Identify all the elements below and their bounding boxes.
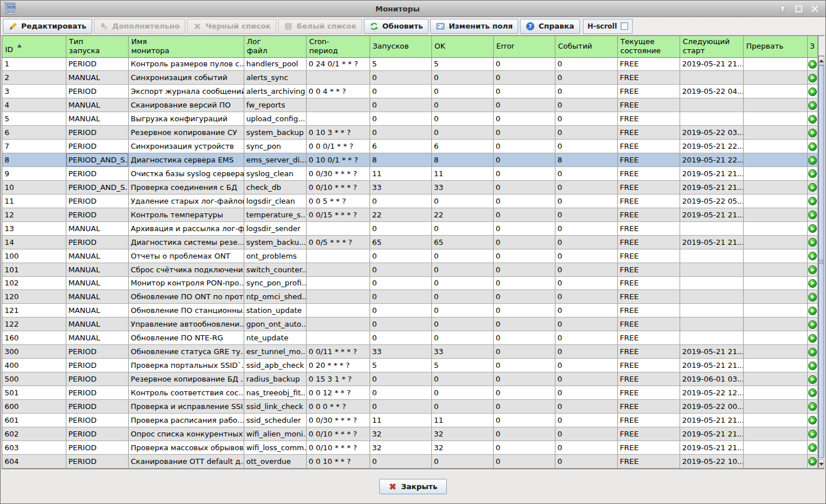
- cell-cron[interactable]: [306, 71, 370, 85]
- cell-state[interactable]: FREE: [617, 180, 680, 194]
- cell-interrupt[interactable]: [743, 304, 807, 318]
- cell-interrupt[interactable]: [743, 180, 807, 194]
- cell-events[interactable]: 0: [555, 399, 617, 413]
- cell-type[interactable]: PERIOD: [66, 167, 128, 181]
- cell-run[interactable]: [807, 263, 817, 276]
- cell-next[interactable]: [680, 304, 743, 318]
- cell-ok[interactable]: 0: [431, 249, 493, 263]
- cell-type[interactable]: PERIOD: [66, 359, 128, 372]
- cell-cron[interactable]: 0 0/5 * * * ?: [306, 235, 370, 249]
- column-header-state[interactable]: Текущее состояние: [617, 36, 680, 57]
- cell-run[interactable]: [807, 235, 817, 249]
- cell-interrupt[interactable]: [743, 386, 807, 400]
- cell-cron[interactable]: 0 0 0/1 * * ?: [306, 140, 370, 153]
- cell-state[interactable]: FREE: [617, 440, 680, 454]
- run-monitor-button[interactable]: [808, 115, 817, 124]
- run-monitor-button[interactable]: [808, 101, 817, 110]
- cell-interrupt[interactable]: [743, 85, 807, 98]
- scrollbar-thumb[interactable]: [819, 65, 824, 458]
- cell-run[interactable]: [807, 85, 817, 98]
- cell-run[interactable]: [807, 331, 817, 345]
- edit-button[interactable]: Редактировать: [3, 19, 92, 34]
- table-row[interactable]: 102MANUALМонитор контроля PON-про...sync…: [2, 276, 817, 290]
- run-monitor-button[interactable]: [808, 88, 817, 96]
- cell-state[interactable]: FREE: [617, 167, 680, 181]
- cell-interrupt[interactable]: [743, 345, 807, 359]
- cell-next[interactable]: 2019-05-22 03...: [680, 126, 743, 140]
- cell-ok[interactable]: 0: [431, 98, 493, 112]
- cell-next[interactable]: 2019-05-21 22...: [680, 153, 743, 167]
- cell-starts[interactable]: 0: [370, 290, 431, 304]
- cell-log[interactable]: wifi_loss_comm...: [244, 440, 306, 454]
- cell-log[interactable]: check_db: [244, 180, 306, 194]
- cell-state[interactable]: FREE: [617, 126, 680, 140]
- cell-id[interactable]: 9: [2, 167, 66, 181]
- cell-type[interactable]: PERIOD: [66, 399, 128, 413]
- cell-ok[interactable]: 0: [431, 112, 493, 126]
- cell-cron[interactable]: [306, 221, 370, 235]
- cell-next[interactable]: [680, 318, 743, 331]
- cell-log[interactable]: nas_treeobj_fit...: [244, 386, 306, 400]
- cell-next[interactable]: 2019-06-01 03...: [680, 372, 743, 386]
- cell-id[interactable]: 3: [2, 85, 66, 98]
- cell-log[interactable]: ont_problems: [244, 249, 306, 263]
- cell-next[interactable]: 2019-05-22 12...: [680, 386, 743, 400]
- cell-events[interactable]: 0: [555, 263, 617, 276]
- cell-interrupt[interactable]: [743, 413, 807, 427]
- run-monitor-button[interactable]: [808, 416, 817, 424]
- cell-run[interactable]: [807, 304, 817, 318]
- cell-type[interactable]: MANUAL: [66, 276, 128, 290]
- cell-cron[interactable]: 0 10 3 * * ?: [306, 126, 370, 140]
- cell-starts[interactable]: 0: [370, 126, 431, 140]
- cell-run[interactable]: [807, 399, 817, 413]
- cell-next[interactable]: 2019-05-21 21...: [680, 235, 743, 249]
- table-row[interactable]: 300PERIODОбновление статуса GRE ту...esr…: [2, 345, 817, 359]
- cell-ok[interactable]: 0: [431, 399, 493, 413]
- scroll-down-button[interactable]: [819, 459, 824, 469]
- cell-interrupt[interactable]: [743, 263, 807, 276]
- cell-type[interactable]: PERIOD: [66, 413, 128, 427]
- cell-ok[interactable]: 5: [431, 57, 493, 71]
- cell-id[interactable]: 500: [2, 372, 66, 386]
- cell-name[interactable]: Удаление старых лог-файлов: [128, 194, 244, 208]
- cell-next[interactable]: 2019-05-21 21...: [680, 57, 743, 71]
- cell-events[interactable]: 0: [555, 194, 617, 208]
- hscroll-checkbox[interactable]: [621, 22, 628, 30]
- cell-run[interactable]: [807, 153, 817, 167]
- cell-ok[interactable]: 0: [431, 263, 493, 276]
- cell-type[interactable]: PERIOD: [66, 57, 128, 71]
- cell-starts[interactable]: 32: [370, 440, 431, 454]
- table-row[interactable]: 6PERIODРезервное копирование СУsystem_ba…: [2, 126, 817, 140]
- table-row[interactable]: 603PERIODПроверка массовых обрывов...wif…: [2, 440, 817, 454]
- column-header-log[interactable]: Лог файл: [244, 36, 306, 57]
- cell-cron[interactable]: [306, 112, 370, 126]
- table-row[interactable]: 1PERIODКонтроль размеров пулов с...handl…: [2, 57, 817, 71]
- cell-cron[interactable]: 0 0 10 * * ?: [306, 454, 370, 468]
- cell-id[interactable]: 400: [2, 359, 66, 372]
- cell-starts[interactable]: 0: [370, 399, 431, 413]
- cell-state[interactable]: FREE: [617, 85, 680, 98]
- cell-error[interactable]: 0: [493, 249, 555, 263]
- cell-name[interactable]: Синхронизация событий: [128, 71, 244, 85]
- cell-type[interactable]: MANUAL: [66, 331, 128, 345]
- cell-id[interactable]: 601: [2, 413, 66, 427]
- cell-error[interactable]: 0: [493, 359, 555, 372]
- cell-next[interactable]: 2019-05-21 21...: [680, 345, 743, 359]
- cell-cron[interactable]: 0 0/15 * * * ?: [306, 208, 370, 221]
- cell-error[interactable]: 0: [493, 263, 555, 276]
- cell-error[interactable]: 0: [493, 331, 555, 345]
- cell-log[interactable]: station_update: [244, 304, 306, 318]
- cell-id[interactable]: 13: [2, 221, 66, 235]
- run-monitor-button[interactable]: [808, 320, 817, 329]
- cell-error[interactable]: 0: [493, 57, 555, 71]
- cell-cron[interactable]: [306, 263, 370, 276]
- cell-cron[interactable]: 0 0 5 * * ?: [306, 194, 370, 208]
- cell-error[interactable]: 0: [493, 345, 555, 359]
- cell-run[interactable]: [807, 98, 817, 112]
- cell-ok[interactable]: 32: [431, 427, 493, 440]
- cell-id[interactable]: 602: [2, 427, 66, 440]
- cell-name[interactable]: Обновление статуса GRE ту...: [128, 345, 244, 359]
- cell-run[interactable]: [807, 180, 817, 194]
- table-row[interactable]: 600PERIODПроверка и исправление SSI...ss…: [2, 399, 817, 413]
- cell-log[interactable]: fw_reports: [244, 98, 306, 112]
